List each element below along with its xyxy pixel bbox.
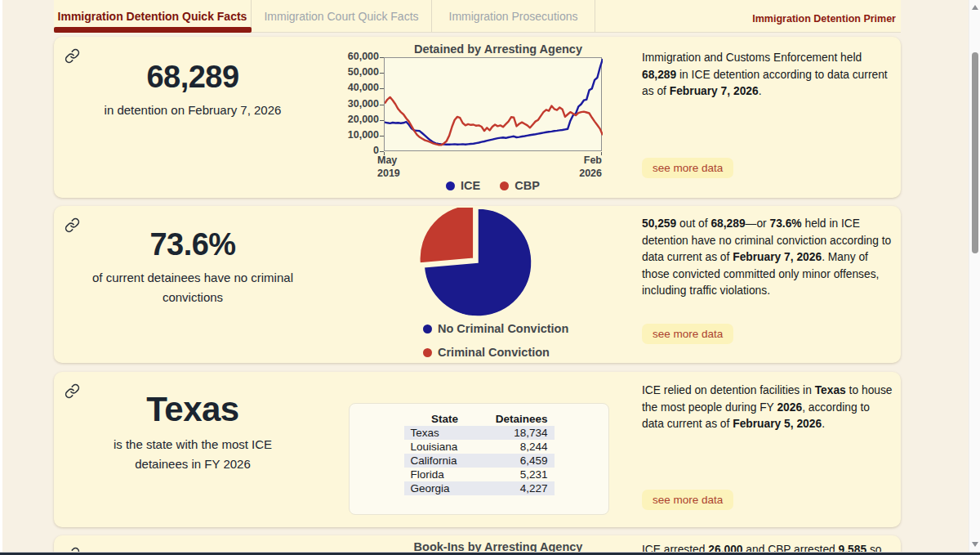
card-description: 50,259 out of 68,289—or 73.6% held in IC… bbox=[642, 216, 893, 300]
card-criminal-conviction: 73.6% of current detainees have no crimi… bbox=[54, 206, 901, 363]
cell-detainees: 5,231 bbox=[486, 468, 555, 481]
legend-dot-icon bbox=[423, 324, 432, 333]
line-series-ice bbox=[385, 59, 603, 145]
table-header-detainees: Detainees bbox=[486, 412, 555, 426]
stat-caption: is the state with the most ICE detainees… bbox=[91, 435, 295, 474]
legend-dot-icon bbox=[500, 181, 509, 190]
y-tick-label: 30,000 bbox=[343, 98, 379, 110]
cell-detainees: 6,459 bbox=[486, 454, 555, 468]
line-chart-legend: ICECBP bbox=[384, 179, 602, 192]
active-tab-indicator bbox=[54, 27, 252, 33]
pie-chart-svg bbox=[412, 208, 543, 330]
line-chart-plot-area bbox=[384, 57, 602, 151]
vertical-scrollbar[interactable] bbox=[969, 0, 980, 552]
table-row: Louisiana8,244 bbox=[404, 440, 555, 454]
line-chart-svg bbox=[385, 58, 603, 152]
cell-state: California bbox=[404, 454, 486, 468]
table-row: Florida5,231 bbox=[404, 468, 555, 481]
stat-top-state: Texas bbox=[70, 390, 315, 429]
stat-caption: of current detainees have no criminal co… bbox=[91, 268, 295, 307]
see-more-data-button[interactable]: see more data bbox=[642, 158, 733, 178]
pie-legend-item: Criminal Conviction bbox=[423, 346, 568, 359]
cell-state: Texas bbox=[404, 426, 486, 440]
state-detainees-table: State Detainees Texas18,734Louisiana8,24… bbox=[404, 412, 555, 495]
tab-immigration-prosecutions[interactable]: Immigration Prosecutions bbox=[432, 0, 595, 33]
see-more-data-button[interactable]: see more data bbox=[642, 324, 733, 344]
see-more-data-button[interactable]: see more data bbox=[642, 490, 733, 510]
table-row: Georgia4,227 bbox=[404, 481, 555, 495]
y-tick-label: 60,000 bbox=[343, 51, 379, 62]
pie-chart bbox=[412, 208, 543, 330]
table-row: Texas18,734 bbox=[404, 426, 555, 440]
legend-label: No Criminal Conviction bbox=[438, 322, 568, 335]
card-detention-total: 68,289 in detention on February 7, 2026 … bbox=[54, 37, 901, 198]
table-header-state: State bbox=[404, 412, 486, 426]
cell-state: Florida bbox=[404, 468, 486, 481]
legend-label: ICE bbox=[461, 179, 480, 192]
window-bottom-edge bbox=[0, 552, 980, 555]
pie-chart-legend: No Criminal ConvictionCriminal Convictio… bbox=[423, 322, 568, 369]
cell-detainees: 4,227 bbox=[486, 481, 555, 495]
table-row: California6,459 bbox=[404, 454, 555, 468]
card-description: ICE relied on detention facilities in Te… bbox=[642, 383, 893, 433]
window-left-edge bbox=[0, 0, 2, 552]
pie-legend-item: No Criminal Conviction bbox=[423, 322, 568, 335]
stat-caption: in detention on February 7, 2026 bbox=[91, 101, 295, 120]
y-tick-label: 10,000 bbox=[343, 129, 379, 141]
y-tick-label: 50,000 bbox=[343, 66, 379, 78]
pie-slice-1 bbox=[420, 208, 474, 263]
legend-item-ice: ICE bbox=[446, 179, 480, 192]
triangle-down-icon[interactable] bbox=[972, 542, 978, 547]
triangle-up-icon[interactable] bbox=[972, 5, 978, 10]
cell-detainees: 18,734 bbox=[486, 426, 555, 440]
scrollbar-thumb[interactable] bbox=[972, 52, 978, 253]
legend-item-cbp: CBP bbox=[500, 179, 540, 192]
cell-detainees: 8,244 bbox=[486, 440, 555, 454]
legend-dot-icon bbox=[423, 348, 432, 357]
line-chart-title: Detained by Arresting Agency bbox=[343, 43, 653, 56]
immigration-detention-primer-link[interactable]: Immigration Detention Primer bbox=[752, 13, 896, 25]
stat-no-conviction-pct: 73.6% bbox=[70, 227, 315, 262]
legend-label: Criminal Conviction bbox=[438, 346, 550, 359]
legend-dot-icon bbox=[446, 181, 455, 190]
cell-state: Louisiana bbox=[404, 440, 486, 454]
tab-bar: Immigration Detention Quick Facts Immigr… bbox=[54, 0, 901, 33]
y-tick-label: 0 bbox=[343, 145, 379, 156]
line-chart-block: Detained by Arresting Agency 010,00020,0… bbox=[343, 37, 653, 198]
state-table-panel: State Detainees Texas18,734Louisiana8,24… bbox=[349, 403, 609, 515]
card-top-state: Texas is the state with the most ICE det… bbox=[54, 372, 901, 527]
tab-immigration-court-quick-facts[interactable]: Immigration Court Quick Facts bbox=[252, 0, 432, 33]
cell-state: Georgia bbox=[404, 481, 486, 495]
y-tick-label: 40,000 bbox=[343, 82, 379, 93]
x-axis-end-label: Feb2026 bbox=[579, 154, 602, 180]
stat-total-detained: 68,289 bbox=[70, 60, 315, 95]
y-tick-label: 20,000 bbox=[343, 114, 379, 125]
legend-label: CBP bbox=[514, 179, 540, 192]
x-axis-start-label: May2019 bbox=[377, 154, 400, 180]
card-description: Immigration and Customs Enforcement held… bbox=[642, 50, 893, 101]
